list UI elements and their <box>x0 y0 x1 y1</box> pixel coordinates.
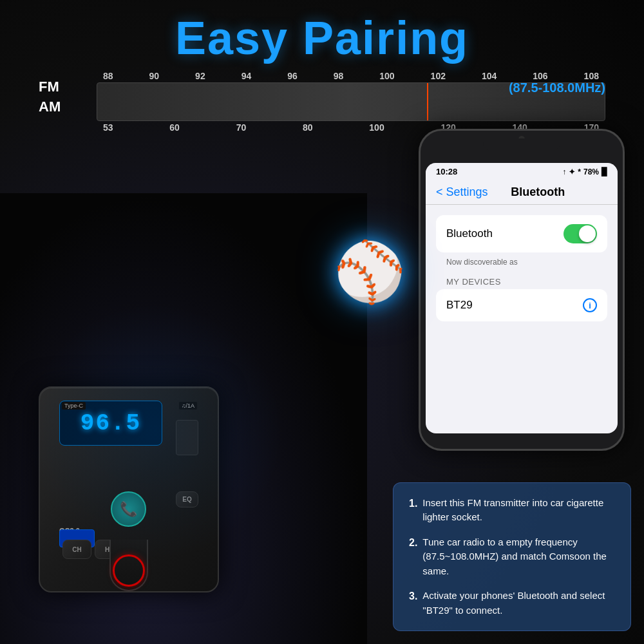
phone-screen: 10:28 ↑ ✦ * 78% ▉ < Settings Bluetooth B… <box>426 163 618 433</box>
ch-button[interactable]: CH <box>62 540 91 559</box>
step-1: 1. Insert this FM transmitter into car c… <box>409 496 615 525</box>
step3-text: Activate your phones' Bluetooth and sele… <box>422 589 615 618</box>
call-icon: 📞 <box>120 501 137 518</box>
screen-title: Bluetooth <box>488 185 588 199</box>
band-indicator <box>427 83 428 120</box>
fm-am-label: FM AM <box>39 77 61 117</box>
device-info-icon[interactable]: i <box>583 298 597 312</box>
device-body: 96.5 Type-C ♫/1A QC3.0 📞 CH H1 EQ <box>39 386 219 592</box>
phone-status-right: ↑ ✦ * 78% ▉ <box>562 167 607 176</box>
band-wrapper: 88 90 92 94 96 98 100 102 104 106 108 53… <box>97 71 605 133</box>
phone-battery: 78% <box>583 167 599 176</box>
step1-text: Insert this FM transmitter into car ciga… <box>422 496 615 525</box>
freq-range-label: (87.5-108.0MHz) <box>509 80 605 95</box>
step-3: 3. Activate your phones' Bluetooth and s… <box>409 589 615 618</box>
step2-text: Tune car radio to a empty frequency (87.… <box>422 535 615 579</box>
device-row-bt29[interactable]: BT29 i <box>436 289 607 321</box>
page-title: Easy Pairing <box>0 12 644 64</box>
device-name: BT29 <box>446 299 473 312</box>
phone-content: Bluetooth Now discoverable as MY DEVICES… <box>426 215 618 321</box>
phone-mockup: 10:28 ↑ ✦ * 78% ▉ < Settings Bluetooth B… <box>419 129 625 451</box>
usb-type-c-label: Type-C <box>62 402 86 410</box>
back-button[interactable]: < Settings <box>436 185 488 199</box>
call-button[interactable]: 📞 <box>111 491 146 527</box>
usb2-label: ♫/1A <box>179 402 197 410</box>
bluetooth-label: Bluetooth <box>446 227 493 240</box>
phone-time: 10:28 <box>436 167 457 176</box>
discoverable-label: Now discoverable as <box>426 252 618 272</box>
usb2-port <box>176 420 198 455</box>
step-2: 2. Tune car radio to a empty frequency (… <box>409 535 615 579</box>
phone-status-bar: 10:28 ↑ ✦ * 78% ▉ <box>426 163 618 180</box>
phone-nav-bar: < Settings Bluetooth <box>426 180 618 205</box>
my-devices-label: MY DEVICES <box>426 272 618 289</box>
step2-num: 2. <box>409 535 417 551</box>
bluetooth-icon: ⚾ <box>334 238 406 306</box>
bluetooth-toggle[interactable] <box>564 224 597 243</box>
phone-notch <box>483 138 560 151</box>
plug-ring <box>113 554 145 587</box>
fm-numbers: 88 90 92 94 96 98 100 102 104 106 108 <box>97 71 605 81</box>
step3-num: 3. <box>409 589 417 604</box>
bluetooth-toggle-row: Bluetooth <box>436 215 607 252</box>
steps-box: 1. Insert this FM transmitter into car c… <box>393 482 631 632</box>
eq-button[interactable]: EQ <box>176 491 198 507</box>
freq-display: 96.5 <box>80 410 141 437</box>
step1-num: 1. <box>409 496 417 511</box>
radio-band: FM AM 88 90 92 94 96 98 100 102 104 106 … <box>39 71 605 133</box>
fm-transmitter-device: 96.5 Type-C ♫/1A QC3.0 📞 CH H1 EQ <box>26 348 238 592</box>
device-plug <box>109 540 148 591</box>
